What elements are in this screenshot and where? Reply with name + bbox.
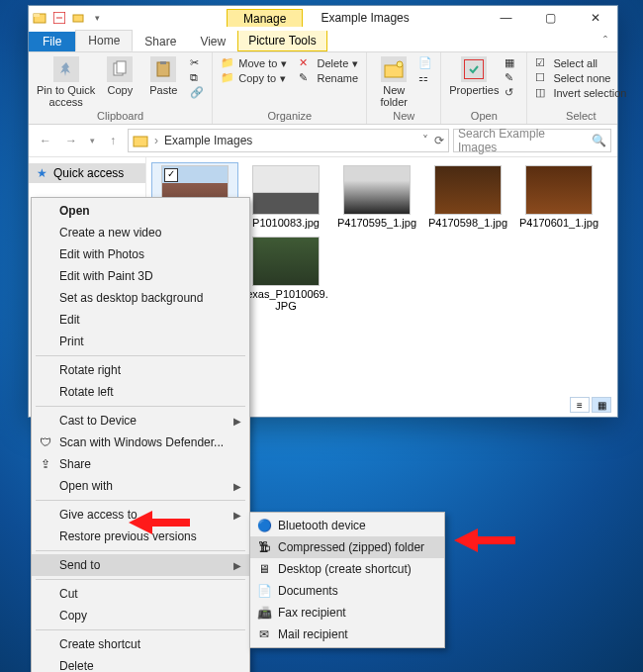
search-box[interactable]: Search Example Images 🔍 [453, 129, 611, 152]
menu-item-send-to[interactable]: Send to▶ [32, 554, 249, 576]
ribbon-group-select: ☑Select all ☐Select none ◫Invert selecti… [527, 52, 634, 124]
tab-view[interactable]: View [188, 32, 237, 51]
menu-item-label: Print [59, 335, 84, 348]
checkbox-icon[interactable]: ✓ [164, 168, 178, 182]
menu-item-zipped[interactable]: 🗜Compressed (zipped) folder [250, 536, 444, 558]
menu-item-open-with[interactable]: Open with▶ [32, 475, 249, 497]
menu-item-defender[interactable]: 🛡Scan with Windows Defender... [32, 432, 249, 453]
svg-rect-12 [134, 137, 147, 146]
tab-share[interactable]: Share [133, 32, 188, 51]
menu-item-edit[interactable]: Edit [32, 309, 249, 331]
select-none-button[interactable]: ☐Select none [535, 71, 626, 85]
mail-icon: ✉ [256, 626, 272, 642]
nav-back-button[interactable]: ← [35, 130, 56, 151]
menu-item-label: Give access to [59, 508, 138, 522]
menu-item-print[interactable]: Print [32, 331, 249, 352]
menu-item-set-background[interactable]: Set as desktop background [32, 287, 249, 309]
menu-item-desktop[interactable]: 🖥Desktop (create shortcut) [250, 558, 444, 580]
copy-button[interactable]: Copy [101, 56, 138, 96]
tab-home[interactable]: Home [75, 30, 133, 51]
menu-item-edit-photos[interactable]: Edit with Photos [32, 243, 249, 265]
file-name: P1010083.jpg [252, 217, 320, 229]
view-details-button[interactable]: ≡ [570, 397, 590, 413]
ribbon-group-open: Properties ▦ ✎ ↺ Open [441, 52, 527, 124]
refresh-button[interactable]: ⟳ [434, 134, 444, 147]
history-small-button[interactable]: ↺ [505, 86, 518, 100]
edit-small-button[interactable]: ✎ [505, 71, 518, 85]
easy-access-button[interactable]: ⚏ [418, 71, 432, 85]
minimize-button[interactable]: — [484, 7, 528, 29]
menu-item-bluetooth[interactable]: 🔵Bluetooth device [250, 515, 444, 536]
copy-path-small-button[interactable]: ⧉ [190, 71, 204, 85]
ribbon-group-label: Select [535, 110, 626, 124]
close-button[interactable]: ✕ [573, 7, 617, 29]
menu-item-share[interactable]: ⇪Share [32, 453, 249, 475]
view-thumbnails-button[interactable]: ▦ [592, 397, 611, 413]
qat-dropdown-icon[interactable]: ▾ [90, 11, 104, 25]
qat-new-folder-icon[interactable] [71, 11, 85, 25]
select-none-icon: ☐ [535, 71, 549, 85]
menu-item-cut[interactable]: Cut [32, 583, 249, 605]
open-small-button[interactable]: ▦ [505, 56, 518, 70]
svg-point-10 [397, 61, 403, 67]
pin-to-quick-access-button[interactable]: Pin to Quick access [37, 56, 95, 108]
cut-small-button[interactable]: ✂ [190, 56, 204, 70]
chevron-right-icon: ▶ [233, 416, 241, 427]
file-thumbnail[interactable]: P4170601_1.jpg [516, 163, 601, 229]
defender-icon: 🛡 [38, 434, 53, 450]
ribbon-group-label: Open [449, 110, 518, 124]
nav-recent-dropdown[interactable]: ▾ [86, 130, 98, 151]
new-folder-button[interactable]: New folder [375, 56, 413, 108]
menu-item-copy[interactable]: Copy [32, 605, 249, 626]
folder-icon [133, 134, 148, 147]
copy-to-icon: 📁 [221, 71, 234, 85]
rename-button[interactable]: ✎Rename [299, 71, 358, 85]
menu-item-label: Delete [59, 659, 94, 672]
ribbon-collapse-icon[interactable]: ˆ [594, 32, 617, 51]
ribbon-tabstrip: File Home Share View Picture Tools ˆ [29, 30, 617, 52]
send-to-submenu[interactable]: 🔵Bluetooth device🗜Compressed (zipped) fo… [249, 512, 445, 648]
file-name: texas_P1010069.JPG [243, 288, 328, 312]
tab-file[interactable]: File [29, 32, 75, 51]
maximize-button[interactable]: ▢ [528, 7, 573, 29]
delete-button[interactable]: ✕Delete ▾ [299, 56, 358, 70]
contextual-tab-manage[interactable]: Manage [227, 9, 303, 27]
menu-item-rotate-right[interactable]: Rotate right [32, 359, 249, 381]
nav-forward-button[interactable]: → [60, 130, 82, 151]
new-item-button[interactable]: 📄 [418, 56, 432, 70]
address-bar[interactable]: › Example Images ˅ ⟳ [128, 129, 449, 152]
paste-icon [150, 56, 176, 82]
menu-item-create-video[interactable]: Create a new video [32, 222, 249, 243]
menu-item-edit-paint3d[interactable]: Edit with Paint 3D [32, 265, 249, 287]
copy-to-button[interactable]: 📁Copy to ▾ [221, 71, 287, 85]
menu-item-documents[interactable]: 📄Documents [250, 580, 444, 602]
menu-item-fax[interactable]: 📠Fax recipient [250, 602, 444, 624]
sidebar-item-quick-access[interactable]: ★ Quick access [29, 163, 145, 183]
menu-item-label: Edit with Photos [59, 247, 144, 261]
context-menu[interactable]: OpenCreate a new videoEdit with PhotosEd… [31, 197, 250, 672]
menu-item-create-shortcut[interactable]: Create shortcut [32, 633, 249, 655]
file-thumbnail[interactable]: P1010083.jpg [243, 163, 328, 229]
file-thumbnail[interactable]: P4170598_1.jpg [425, 163, 510, 229]
address-dropdown-icon[interactable]: ˅ [422, 134, 428, 147]
paste-shortcut-small-button[interactable]: 🔗 [190, 86, 204, 100]
file-name: P4170598_1.jpg [428, 217, 507, 229]
qat-properties-icon[interactable] [52, 11, 66, 25]
tab-picture-tools[interactable]: Picture Tools [237, 31, 326, 51]
menu-item-label: Mail recipient [278, 627, 348, 641]
edit-icon: ✎ [505, 71, 518, 85]
nav-up-button[interactable]: ↑ [102, 130, 124, 151]
menu-item-mail[interactable]: ✉Mail recipient [250, 624, 444, 645]
file-thumbnail[interactable]: P4170595_1.jpg [334, 163, 419, 229]
menu-item-rotate-left[interactable]: Rotate left [32, 381, 249, 403]
move-to-button[interactable]: 📁Move to ▾ [221, 56, 287, 70]
menu-item-delete[interactable]: Delete [32, 655, 249, 672]
menu-item-open[interactable]: Open [32, 200, 249, 222]
file-thumbnail[interactable]: texas_P1010069.JPG [243, 235, 328, 312]
paste-button[interactable]: Paste [144, 56, 182, 96]
menu-item-cast[interactable]: Cast to Device▶ [32, 410, 249, 432]
select-all-button[interactable]: ☑Select all [535, 56, 626, 70]
properties-button[interactable]: Properties [449, 56, 499, 96]
invert-selection-icon: ◫ [535, 86, 549, 100]
invert-selection-button[interactable]: ◫Invert selection [535, 86, 626, 100]
